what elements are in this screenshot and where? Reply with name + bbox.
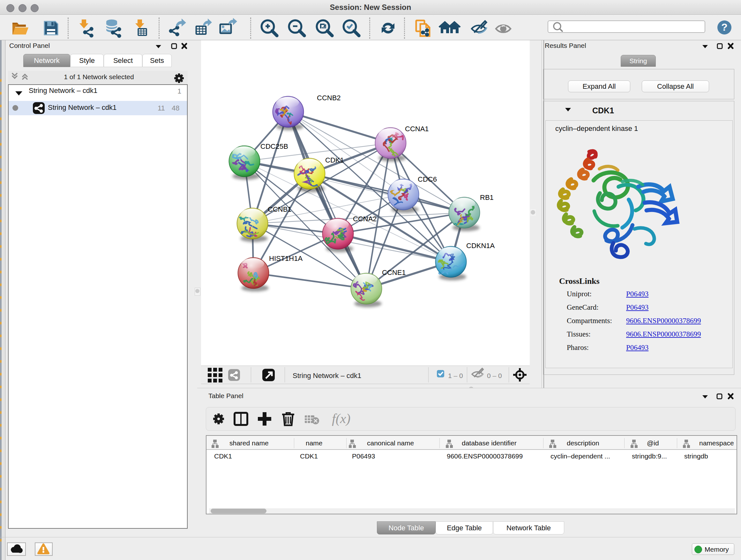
svg-text:?: ? [721,21,728,33]
